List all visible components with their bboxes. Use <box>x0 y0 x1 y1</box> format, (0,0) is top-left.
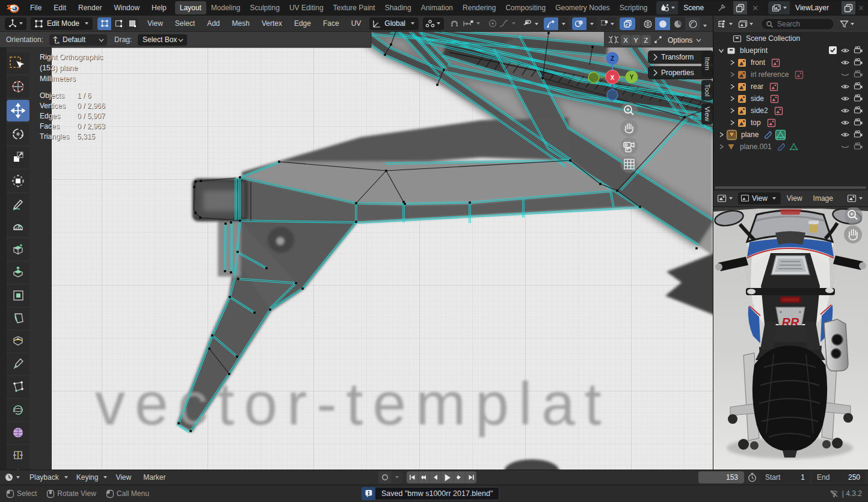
svg-text:Faces: Faces <box>40 122 60 130</box>
svg-text:Transform: Transform <box>661 53 694 61</box>
svg-text:Tool: Tool <box>704 84 711 96</box>
svg-text:Options: Options <box>668 36 692 44</box>
svg-text:View: View <box>704 106 711 121</box>
svg-text:Vertices: Vertices <box>40 102 66 110</box>
svg-text:vector-templat: vector-templat <box>95 370 611 437</box>
svg-text:0 / 5,907: 0 / 5,907 <box>77 112 105 120</box>
svg-text:1 / 6: 1 / 6 <box>77 91 91 100</box>
svg-text:Orientation:: Orientation: <box>6 35 43 44</box>
svg-text:0 / 2,966: 0 / 2,966 <box>77 102 105 110</box>
svg-text:Y: Y <box>633 37 638 44</box>
svg-text:Drag:: Drag: <box>114 35 132 44</box>
svg-text:(153) plane: (153) plane <box>40 64 78 72</box>
svg-text:Triangles: Triangles <box>40 132 69 141</box>
svg-text:Y: Y <box>630 74 634 81</box>
svg-text:Select Box: Select Box <box>143 35 177 44</box>
svg-text:Item: Item <box>704 57 711 70</box>
svg-text:X: X <box>610 74 614 81</box>
svg-text:Z: Z <box>644 37 648 44</box>
svg-text:0 / 2,963: 0 / 2,963 <box>77 122 105 130</box>
svg-text:Default: Default <box>63 35 86 44</box>
svg-text:Properties: Properties <box>661 69 694 77</box>
svg-text:Z: Z <box>611 55 614 62</box>
svg-text:Millimeters: Millimeters <box>40 75 76 83</box>
svg-text:Right Orthographic: Right Orthographic <box>40 53 103 61</box>
svg-text:Objects: Objects <box>40 91 64 100</box>
svg-text:5,315: 5,315 <box>77 132 95 141</box>
svg-text:X: X <box>623 37 628 44</box>
svg-text:Edges: Edges <box>40 112 60 120</box>
